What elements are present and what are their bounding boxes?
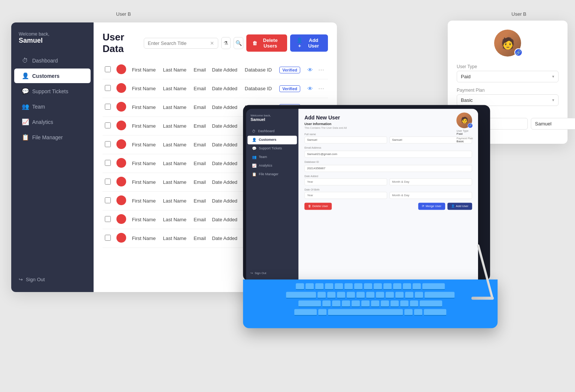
last-name-cell: Last Name — [161, 61, 191, 79]
row-checkbox[interactable] — [105, 85, 111, 91]
key[interactable] — [405, 292, 413, 298]
signout-button[interactable]: ↪ Sign Out — [11, 273, 94, 286]
tablet-nav-analytics[interactable]: 📈 Analytics — [247, 161, 297, 170]
more-icon[interactable]: ⋯ — [318, 67, 325, 73]
key[interactable] — [364, 283, 372, 290]
key[interactable] — [322, 300, 331, 307]
tablet-dob-year-input[interactable] — [304, 192, 387, 199]
avatar-link-badge[interactable]: 🔗 — [514, 48, 523, 57]
row-checkbox[interactable] — [105, 216, 111, 222]
key[interactable] — [371, 300, 379, 307]
filter-button[interactable]: ⚗ — [221, 37, 231, 49]
key[interactable] — [376, 292, 384, 298]
key[interactable] — [393, 283, 401, 290]
key[interactable] — [298, 300, 321, 307]
row-checkbox[interactable] — [105, 122, 111, 128]
key[interactable] — [390, 300, 399, 307]
tablet-email-input[interactable] — [304, 151, 472, 158]
row-checkbox[interactable] — [105, 197, 111, 203]
tablet-analytics-icon: 📈 — [252, 164, 256, 168]
row-checkbox[interactable] — [105, 160, 111, 166]
more-icon[interactable]: ⋯ — [318, 85, 325, 92]
tablet-year-input[interactable] — [304, 178, 387, 185]
tablet-first-name-input[interactable] — [304, 136, 387, 143]
sidebar-item-customers[interactable]: 👤 Customers — [14, 69, 91, 83]
view-icon[interactable]: 👁 — [307, 85, 313, 92]
key[interactable] — [286, 292, 316, 298]
search-input[interactable] — [148, 40, 208, 46]
delete-users-button[interactable]: 🗑 Delete Users — [246, 34, 287, 52]
sidebar-item-team[interactable]: 👥 Team — [14, 99, 91, 114]
sidebar-item-files[interactable]: 📋 File Manager — [14, 130, 91, 145]
key[interactable] — [422, 283, 445, 290]
view-icon[interactable]: 👁 — [307, 67, 313, 73]
key[interactable] — [386, 292, 394, 298]
key[interactable] — [318, 309, 326, 316]
user-type-select[interactable]: Paid ▾ — [457, 71, 559, 82]
last-name-input[interactable] — [531, 118, 575, 130]
tablet-avatar-badge[interactable]: 🔗 — [468, 123, 473, 128]
row-checkbox[interactable] — [105, 179, 111, 185]
row-checkbox[interactable] — [105, 141, 111, 147]
key[interactable] — [354, 283, 362, 290]
key[interactable] — [404, 309, 413, 316]
payment-plan-select[interactable]: Basic ▾ — [457, 94, 559, 106]
add-user-button[interactable]: 👤+ Add User — [290, 34, 328, 52]
key[interactable] — [344, 283, 353, 290]
search-box: ✕ — [144, 38, 218, 49]
header-actions: ✕ ⚗ 🔍 🗑 Delete Users 👤+ Add User — [144, 34, 328, 52]
tablet-dob-row — [304, 192, 472, 199]
key[interactable] — [424, 309, 446, 316]
sidebar-item-dashboard[interactable]: ⏱ Dashboard — [14, 54, 91, 68]
tablet-nav-dashboard[interactable]: ⏱ Dashboard — [247, 127, 297, 136]
key[interactable] — [335, 283, 343, 290]
key[interactable] — [425, 292, 454, 298]
tablet-dbid-input[interactable] — [304, 165, 472, 172]
key[interactable] — [383, 283, 392, 290]
key[interactable] — [352, 300, 360, 307]
key[interactable] — [413, 283, 421, 290]
key[interactable] — [296, 283, 304, 290]
key[interactable] — [395, 292, 404, 298]
key[interactable] — [361, 300, 369, 307]
tablet-month-day-input[interactable] — [389, 178, 472, 185]
row-checkbox[interactable] — [105, 66, 111, 72]
row-checkbox[interactable] — [105, 104, 111, 110]
key[interactable] — [374, 283, 382, 290]
key[interactable] — [315, 283, 323, 290]
key[interactable] — [337, 292, 345, 298]
user-b-label-right: User B — [511, 11, 526, 17]
key[interactable] — [381, 300, 389, 307]
key[interactable] — [400, 300, 408, 307]
key[interactable] — [410, 300, 418, 307]
key[interactable] — [305, 283, 314, 290]
space-key[interactable] — [328, 309, 403, 316]
key[interactable] — [420, 300, 442, 307]
key[interactable] — [414, 309, 422, 316]
tablet-delete-button[interactable]: 🗑 Delete User — [304, 203, 332, 210]
key[interactable] — [356, 292, 365, 298]
key[interactable] — [347, 292, 355, 298]
tablet-merge-button[interactable]: ⟳ Merge User — [418, 203, 445, 210]
row-checkbox[interactable] — [105, 235, 111, 241]
key[interactable] — [415, 292, 423, 298]
tablet-signout[interactable]: ↪ Sign Out — [246, 269, 298, 277]
key[interactable] — [294, 309, 317, 316]
key[interactable] — [403, 283, 411, 290]
search-button[interactable]: 🔍 — [234, 37, 243, 49]
tablet-nav-team[interactable]: 👥 Team — [247, 153, 297, 161]
close-icon[interactable]: ✕ — [210, 40, 214, 46]
tablet-nav-support[interactable]: 💬 Support Tickets — [247, 144, 297, 153]
key[interactable] — [317, 292, 326, 298]
key[interactable] — [366, 292, 374, 298]
key[interactable] — [325, 283, 333, 290]
sidebar-item-support[interactable]: 💬 Support Tickets — [14, 84, 91, 98]
key[interactable] — [327, 292, 335, 298]
sidebar-item-analytics[interactable]: 📈 Analytics — [14, 115, 91, 129]
key[interactable] — [332, 300, 340, 307]
tablet-add-button[interactable]: 👤 Add User — [447, 203, 472, 210]
tablet-dob-month-day-input[interactable] — [389, 192, 472, 199]
tablet-nav-files[interactable]: 📋 File Manager — [247, 170, 297, 179]
key[interactable] — [342, 300, 350, 307]
tablet-nav-customers[interactable]: 👤 Customers — [247, 136, 297, 144]
